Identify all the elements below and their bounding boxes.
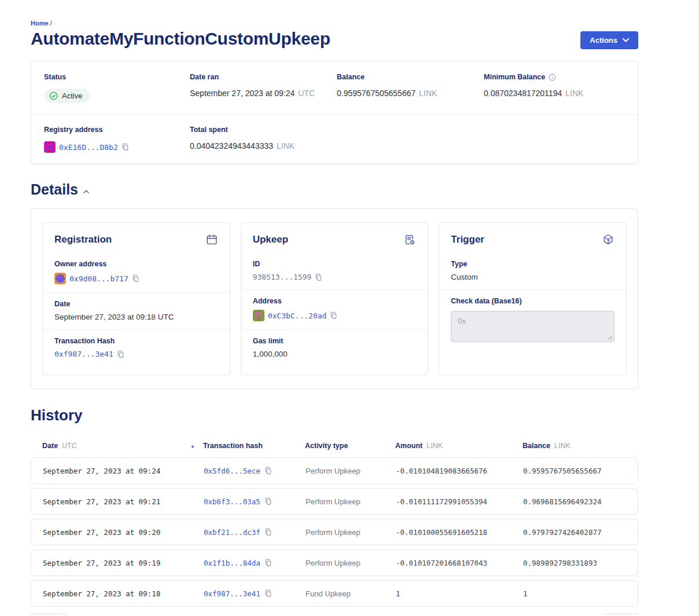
total-spent-label: Total spent — [190, 126, 337, 134]
balance-text: 0.9595767505655667 — [337, 89, 415, 98]
details-heading-text: Details — [31, 181, 78, 198]
column-header-amount[interactable]: Amount LINK — [395, 442, 523, 450]
row-date: September 27, 2023 at 09:18 — [43, 589, 204, 598]
row-balance: 0.9797927426402877 — [523, 528, 626, 537]
copy-icon[interactable] — [264, 467, 272, 475]
next-button[interactable]: Next — [602, 614, 638, 616]
check-data-box — [451, 311, 615, 344]
copy-icon[interactable] — [122, 143, 129, 151]
row-balance: 1 — [523, 589, 626, 598]
upkeep-address-label: Address — [253, 297, 417, 305]
copy-icon[interactable] — [132, 274, 139, 283]
date-ran-field: Date ran September 27, 2023 at 09:24 UTC — [190, 73, 337, 103]
trigger-title: Trigger — [451, 234, 484, 245]
balance-suffix: LINK — [419, 89, 437, 98]
row-date: September 27, 2023 at 09:24 — [43, 467, 204, 475]
upkeep-title: Upkeep — [253, 234, 288, 245]
table-row: September 27, 2023 at 09:19 0x1f1b...84d… — [31, 549, 638, 576]
registration-title: Registration — [54, 234, 112, 245]
column-header-balance[interactable]: Balance LINK — [523, 442, 627, 450]
column-header-date-text: Date — [42, 442, 58, 450]
registration-date-section: Date September 27, 2023 at 09:18 UTC — [54, 294, 218, 328]
breadcrumb-home-link[interactable]: Home — [31, 20, 49, 27]
row-date: September 27, 2023 at 09:19 — [43, 559, 204, 567]
copy-icon[interactable] — [264, 559, 272, 567]
transaction-hash-link[interactable]: 0xf987...3e41 — [54, 350, 113, 358]
check-circle-icon — [49, 91, 58, 100]
row-amount: -0.010107201668107043 — [396, 559, 523, 567]
table-row: September 27, 2023 at 09:18 0xf987...3e4… — [31, 580, 638, 607]
check-data-textarea[interactable] — [451, 311, 615, 342]
copy-icon[interactable] — [264, 528, 272, 536]
date-ran-text: September 27, 2023 at 09:24 — [190, 89, 295, 98]
status-badge: Active — [44, 89, 90, 103]
copy-icon[interactable] — [330, 311, 337, 320]
row-hash-link[interactable]: 0xbf21...dc3f — [204, 528, 260, 537]
column-header-hash[interactable]: Transaction hash — [203, 442, 305, 450]
row-amount: -0.010100055691605218 — [396, 528, 523, 537]
divider — [43, 329, 230, 330]
trigger-type-label: Type — [451, 260, 615, 268]
upkeep-address-link[interactable]: 0xC3bC...20ad — [268, 311, 327, 320]
details-container: Registration Owner address 0x9d08...b717 — [31, 208, 638, 389]
min-balance-suffix: LINK — [565, 89, 583, 98]
info-icon[interactable] — [549, 74, 556, 81]
row-hash-link[interactable]: 0xb6f3...03a5 — [204, 497, 260, 506]
registration-card: Registration Owner address 0x9d08...b717 — [42, 222, 230, 375]
actions-button[interactable]: Actions — [580, 31, 638, 49]
registration-date-label: Date — [54, 300, 218, 308]
chevron-down-icon — [623, 38, 629, 42]
gas-limit-section: Gas limit 1,000,000 — [253, 331, 417, 365]
sort-descending-icon[interactable] — [190, 443, 195, 449]
column-header-date[interactable]: Date UTC — [42, 442, 203, 450]
copy-icon[interactable] — [264, 589, 272, 597]
column-header-amount-text: Amount — [395, 442, 422, 450]
min-balance-field: Minimum Balance 0.0870234817201194 LINK — [484, 73, 625, 103]
upkeep-address-identicon — [253, 310, 264, 321]
row-amount: 1 — [396, 589, 523, 598]
table-row: September 27, 2023 at 09:20 0xbf21...dc3… — [31, 519, 638, 545]
copy-icon[interactable] — [117, 350, 124, 358]
registration-date-value: September 27, 2023 at 09:18 UTC — [54, 313, 218, 321]
total-spent-text: 0.04042324943443333 — [190, 141, 273, 151]
status-label: Status — [44, 73, 190, 81]
total-spent-suffix: LINK — [277, 141, 295, 151]
history-heading: History — [31, 406, 638, 424]
gas-limit-label: Gas limit — [253, 337, 417, 345]
min-balance-value: 0.0870234817201194 LINK — [484, 89, 625, 98]
column-header-activity-text: Activity type — [305, 442, 348, 450]
row-activity: Perform Upkeep — [306, 497, 396, 506]
total-spent-value: 0.04042324943443333 LINK — [190, 141, 337, 151]
column-header-date-suffix: UTC — [62, 442, 77, 450]
row-activity: Perform Upkeep — [306, 467, 396, 475]
upkeep-detail-page: Home/ AutomateMyFunctionCustomUpkeep Act… — [31, 0, 638, 616]
prev-button[interactable]: Prev — [31, 614, 67, 616]
cube-icon — [602, 233, 615, 246]
status-value: Active — [44, 89, 190, 103]
owner-identicon — [54, 273, 66, 284]
details-heading: Details — [31, 181, 638, 198]
column-header-activity[interactable]: Activity type — [305, 442, 395, 450]
row-hash-link[interactable]: 0x5fd6...5ece — [204, 467, 260, 475]
row-hash-link[interactable]: 0x1f1b...84da — [204, 559, 260, 567]
registry-address-link[interactable]: 0xE16D...D8b2 — [59, 143, 118, 152]
chevron-up-icon[interactable] — [83, 190, 89, 193]
trigger-type-value: Custom — [451, 273, 615, 281]
registration-card-head: Registration — [54, 233, 218, 246]
column-header-balance-suffix: LINK — [554, 442, 571, 450]
registry-address-field: Registry address 0xE16D...D8b2 — [44, 126, 190, 153]
owner-address-label: Owner address — [54, 260, 218, 268]
copy-icon[interactable] — [264, 497, 272, 505]
row-amount: -0.010104819083665676 — [396, 467, 523, 475]
row-hash: 0xf987...3e41 — [204, 589, 306, 598]
summary-row-2: Registry address 0xE16D...D8b2 Total spe… — [44, 126, 625, 153]
min-balance-label-text: Minimum Balance — [484, 73, 545, 81]
total-spent-field: Total spent 0.04042324943443333 LINK — [190, 126, 337, 153]
owner-address-link[interactable]: 0x9d08...b717 — [69, 274, 128, 283]
min-balance-text: 0.0870234817201194 — [484, 89, 562, 98]
registry-address-label: Registry address — [44, 126, 190, 134]
status-field: Status Active — [44, 73, 190, 103]
row-hash-link[interactable]: 0xf987...3e41 — [204, 589, 260, 598]
copy-icon[interactable] — [315, 273, 322, 281]
actions-button-label: Actions — [590, 36, 617, 45]
